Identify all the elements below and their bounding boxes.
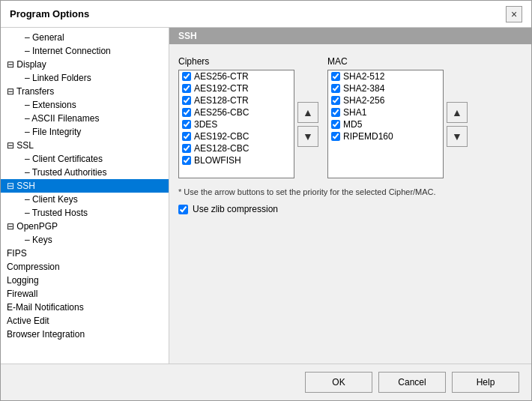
columns: Ciphers AES256-CTRAES192-CTRAES128-CTRAE… (178, 56, 522, 178)
sidebar-item-openpgp[interactable]: ⊟ OpenPGP (1, 220, 169, 233)
mac-up-button[interactable]: ▲ (447, 102, 468, 123)
sidebar-item-label-trusted-hosts: – Trusted Hosts (25, 208, 88, 218)
cipher-checkbox-3[interactable] (182, 108, 191, 117)
sidebar-item-label-keys: – Keys (25, 235, 52, 245)
sidebar-item-label-compression: Compression (7, 262, 60, 272)
sidebar-item-client-certificates[interactable]: – Client Certificates (1, 152, 169, 166)
cipher-label-4: 3DES (194, 119, 217, 130)
cipher-label-6: AES128-CBC (194, 143, 249, 154)
cancel-button[interactable]: Cancel (378, 372, 446, 393)
mac-item-2[interactable]: SHA2-256 (328, 94, 443, 106)
sidebar-item-label-browser-integration: Browser Integration (7, 329, 85, 340)
sidebar-item-label-linked-folders: – Linked Folders (25, 73, 91, 83)
sidebar-item-label-client-keys: – Client Keys (25, 194, 78, 205)
ciphers-label: Ciphers (178, 56, 318, 67)
mac-group: MAC SHA2-512SHA2-384SHA2-256SHA1MD5RIPEM… (327, 56, 468, 178)
sidebar-item-client-keys[interactable]: – Client Keys (1, 193, 169, 206)
mac-checkbox-1[interactable] (331, 84, 340, 93)
sidebar-item-firewall[interactable]: Firewall (1, 287, 169, 301)
sidebar-item-label-logging: Logging (7, 275, 39, 286)
mac-item-5[interactable]: RIPEMD160 (328, 130, 443, 142)
cipher-item-3[interactable]: AES256-CBC (179, 106, 294, 118)
sidebar-item-label-trusted-authorities: – Trusted Authorities (25, 167, 106, 178)
cipher-label-7: BLOWFISH (194, 155, 241, 166)
sidebar: – General– Internet Connection⊟ Display–… (1, 28, 169, 364)
mac-checkbox-3[interactable] (331, 108, 340, 117)
ciphers-down-button[interactable]: ▼ (297, 126, 318, 147)
cipher-checkbox-2[interactable] (182, 96, 191, 105)
sidebar-item-keys[interactable]: – Keys (1, 233, 169, 247)
sidebar-item-label-transfers: ⊟ Transfers (7, 86, 54, 97)
help-button[interactable]: Help (452, 372, 519, 393)
cipher-checkbox-4[interactable] (182, 120, 191, 129)
sidebar-item-label-file-integrity: – File Integrity (25, 127, 81, 137)
sidebar-item-general[interactable]: – General (1, 31, 169, 44)
cipher-item-6[interactable]: AES128-CBC (179, 142, 294, 154)
sidebar-item-compression[interactable]: Compression (1, 260, 169, 274)
mac-label-3: SHA1 (343, 107, 366, 118)
sidebar-item-ascii-filenames[interactable]: – ASCII Filenames (1, 112, 169, 125)
sidebar-item-file-integrity[interactable]: – File Integrity (1, 125, 169, 139)
cipher-checkbox-7[interactable] (182, 156, 191, 165)
mac-checkbox-2[interactable] (331, 96, 340, 105)
cipher-item-0[interactable]: AES256-CTR (179, 70, 294, 82)
cipher-checkbox-6[interactable] (182, 144, 191, 153)
mac-item-4[interactable]: MD5 (328, 118, 443, 130)
zlib-checkbox[interactable] (178, 205, 188, 214)
sidebar-item-trusted-authorities[interactable]: – Trusted Authorities (1, 166, 169, 179)
ciphers-listbox[interactable]: AES256-CTRAES192-CTRAES128-CTRAES256-CBC… (178, 70, 294, 178)
mac-item-1[interactable]: SHA2-384 (328, 82, 443, 94)
cipher-checkbox-5[interactable] (182, 132, 191, 141)
cipher-item-5[interactable]: AES192-CBC (179, 130, 294, 142)
sidebar-item-display[interactable]: ⊟ Display (1, 58, 169, 71)
cipher-label-3: AES256-CBC (194, 107, 249, 118)
cipher-label-0: AES256-CTR (194, 71, 249, 82)
note-text: * Use the arrow buttons to set the prior… (178, 187, 522, 196)
sidebar-item-label-general: – General (25, 32, 64, 43)
sidebar-item-ssl[interactable]: ⊟ SSL (1, 139, 169, 152)
cipher-item-4[interactable]: 3DES (179, 118, 294, 130)
cipher-checkbox-1[interactable] (182, 84, 191, 93)
footer: OK Cancel Help (1, 364, 531, 400)
ciphers-arrows: ▲ ▼ (297, 102, 318, 147)
ciphers-list-with-arrows: AES256-CTRAES192-CTRAES128-CTRAES256-CBC… (178, 70, 318, 178)
sidebar-item-logging[interactable]: Logging (1, 274, 169, 287)
section-header: SSH (169, 28, 531, 44)
ciphers-group: Ciphers AES256-CTRAES192-CTRAES128-CTRAE… (178, 56, 318, 178)
sidebar-item-trusted-hosts[interactable]: – Trusted Hosts (1, 206, 169, 220)
main-content: SSH Ciphers AES256-CTRAES192-CTRAES128-C… (169, 28, 531, 364)
sidebar-item-browser-integration[interactable]: Browser Integration (1, 328, 169, 341)
sidebar-item-label-email-notifications: E-Mail Notifications (7, 302, 84, 313)
sidebar-item-internet-connection[interactable]: – Internet Connection (1, 44, 169, 58)
cipher-item-7[interactable]: BLOWFISH (179, 154, 294, 166)
mac-label-2: SHA2-256 (343, 95, 384, 106)
close-button[interactable]: × (506, 6, 522, 22)
sidebar-item-active-edit[interactable]: Active Edit (1, 314, 169, 328)
mac-list-with-arrows: SHA2-512SHA2-384SHA2-256SHA1MD5RIPEMD160… (327, 70, 468, 178)
mac-item-3[interactable]: SHA1 (328, 106, 443, 118)
cipher-item-1[interactable]: AES192-CTR (179, 82, 294, 94)
sidebar-item-label-ssh: ⊟ SSH (7, 181, 35, 191)
sidebar-item-linked-folders[interactable]: – Linked Folders (1, 71, 169, 85)
cipher-item-2[interactable]: AES128-CTR (179, 94, 294, 106)
sidebar-item-transfers[interactable]: ⊟ Transfers (1, 85, 169, 98)
ciphers-up-button[interactable]: ▲ (297, 102, 318, 123)
sidebar-item-label-extensions: – Extensions (25, 100, 76, 110)
cipher-checkbox-0[interactable] (182, 72, 191, 81)
mac-down-button[interactable]: ▼ (447, 126, 468, 147)
zlib-label: Use zlib compression (193, 204, 278, 214)
sidebar-item-email-notifications[interactable]: E-Mail Notifications (1, 301, 169, 314)
mac-item-0[interactable]: SHA2-512 (328, 70, 443, 82)
ok-button[interactable]: OK (305, 372, 372, 393)
title-bar: Program Options × (1, 1, 531, 28)
mac-label-4: MD5 (343, 119, 362, 130)
mac-listbox[interactable]: SHA2-512SHA2-384SHA2-256SHA1MD5RIPEMD160 (327, 70, 444, 178)
cipher-label-5: AES192-CBC (194, 131, 249, 142)
mac-checkbox-0[interactable] (331, 72, 340, 81)
mac-checkbox-5[interactable] (331, 132, 340, 141)
mac-label: MAC (327, 56, 468, 67)
sidebar-item-ssh[interactable]: ⊟ SSH (1, 179, 169, 193)
mac-checkbox-4[interactable] (331, 120, 340, 129)
sidebar-item-fips[interactable]: FIPS (1, 247, 169, 260)
sidebar-item-extensions[interactable]: – Extensions (1, 98, 169, 112)
